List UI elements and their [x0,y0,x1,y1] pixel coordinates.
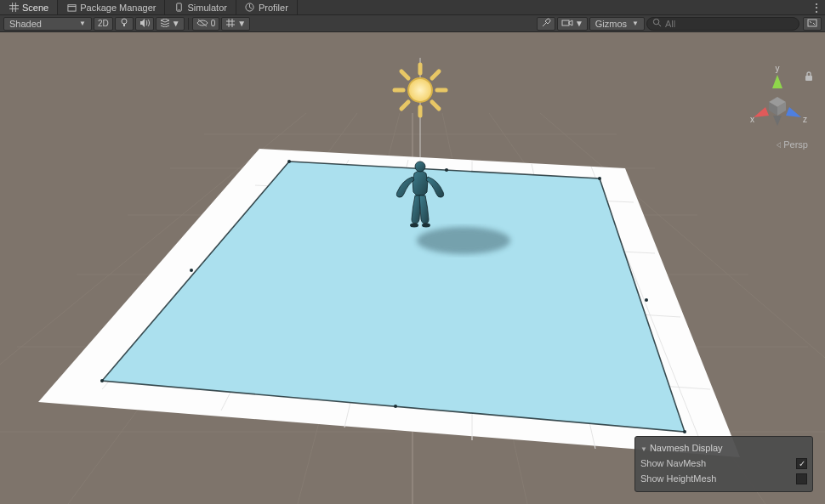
show-navmesh-checkbox[interactable] [796,458,807,469]
fx-stack-icon [160,19,170,29]
svg-point-36 [287,160,291,163]
search-icon [652,18,662,29]
show-navmesh-label: Show NavMesh [640,458,706,468]
svg-point-40 [683,430,686,433]
svg-point-45 [417,227,510,254]
axis-x-label: x [750,115,754,124]
projection-icon: ◁ [777,140,781,149]
scene-search[interactable] [646,17,799,31]
chevron-down-icon: ▼ [640,445,647,453]
more-icon[interactable]: ⋮ [808,1,825,14]
tab-profiler[interactable]: Profiler [236,0,298,14]
projection-toggle[interactable]: ◁ Persp [776,139,808,150]
audio-toggle[interactable] [135,17,154,31]
panel-header[interactable]: ▼Navmesh Display [640,440,807,456]
draw-mode-dropdown[interactable]: Shaded ▼ [3,17,92,31]
show-navmesh-row: Show NavMesh [640,456,807,471]
axis-z-label: z [803,115,807,124]
svg-point-4 [122,19,127,24]
lighting-toggle[interactable] [115,17,134,31]
chevron-down-icon: ▼ [79,20,86,27]
visibility-count: 0 [211,19,216,28]
editor-tab-bar: Scene Package Manager Simulator Profiler… [0,0,825,15]
tab-scene-label: Scene [22,3,48,13]
fx-dropdown[interactable]: ▼ [156,17,185,31]
svg-point-46 [415,161,425,172]
scene-viewport[interactable]: y x z ◁ Persp ▼Navmesh Display Show NavM… [0,32,825,504]
draw-mode-label: Shaded [9,19,42,29]
chevron-down-icon: ▼ [575,19,583,28]
svg-point-42 [100,379,104,382]
gizmos-dropdown[interactable]: Gizmos ▼ [589,17,645,31]
visibility-icon [196,19,208,29]
expand-button[interactable] [803,17,822,31]
search-input[interactable] [665,19,794,29]
svg-point-37 [445,168,448,172]
svg-point-43 [190,269,193,272]
chevron-down-icon: ▼ [172,19,180,28]
tools-icon [541,18,551,30]
navmesh-display-panel: ▼Navmesh Display Show NavMesh Show Heigh… [634,436,813,492]
tab-package-manager-label: Package Manager [80,3,156,13]
expand-icon [807,19,817,29]
show-heightmesh-checkbox[interactable] [796,473,807,484]
gizmos-label: Gizmos [595,19,627,29]
svg-rect-6 [562,20,569,25]
visibility-toggle[interactable]: 0 [192,17,220,31]
simulator-icon [174,3,184,13]
padlock-icon[interactable] [805,71,813,83]
tab-simulator[interactable]: Simulator [165,0,236,14]
projection-label: Persp [783,139,808,150]
tools-button[interactable] [537,17,555,31]
camera-icon [561,19,573,29]
svg-rect-5 [123,24,125,26]
grid-snap-icon [225,18,236,30]
svg-point-49 [408,78,432,102]
axis-y-label: y [776,64,780,73]
show-heightmesh-label: Show HeightMesh [640,473,716,484]
svg-rect-65 [805,76,812,81]
package-icon [66,3,77,13]
svg-point-38 [598,177,601,180]
toggle-2d-button[interactable]: 2D [94,17,113,31]
svg-rect-2 [179,9,180,10]
svg-rect-8 [808,20,816,26]
svg-point-48 [422,224,430,228]
camera-dropdown[interactable]: ▼ [557,17,588,31]
panel-title: Navmesh Display [650,443,723,453]
scene-grid-icon [9,3,19,13]
tab-profiler-label: Profiler [259,3,288,13]
chevron-down-icon: ▼ [237,19,246,28]
scene-toolbar: Shaded ▼ 2D ▼ 0 ▼ [0,15,825,32]
chevron-down-icon: ▼ [632,20,639,27]
directional-light-gizmo [395,65,446,116]
svg-point-7 [653,19,658,24]
svg-point-41 [394,405,397,408]
lightbulb-icon [120,18,128,30]
show-heightmesh-row: Show HeightMesh [640,471,807,486]
audio-icon [139,19,150,29]
tab-simulator-label: Simulator [187,3,226,13]
tab-package-manager[interactable]: Package Manager [58,0,165,14]
grid-snap-dropdown[interactable]: ▼ [221,17,250,31]
toggle-2d-label: 2D [98,19,109,28]
tab-scene[interactable]: Scene [0,0,58,14]
profiler-icon [245,3,255,13]
svg-rect-0 [68,5,76,11]
svg-point-39 [645,298,648,302]
svg-point-47 [410,224,418,228]
